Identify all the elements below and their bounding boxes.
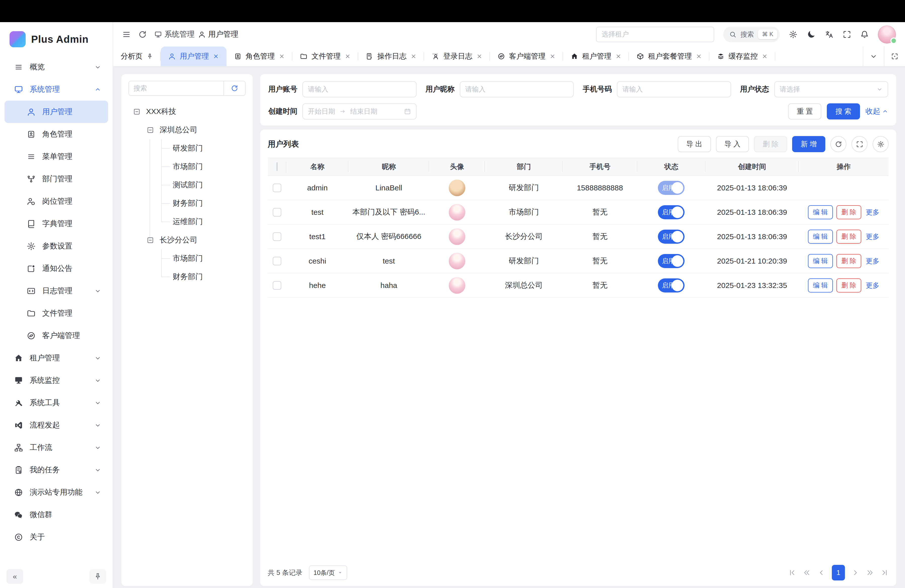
sidebar-item[interactable]: 流程发起 bbox=[5, 414, 108, 436]
filter-input[interactable] bbox=[460, 81, 574, 97]
sidebar-item[interactable]: 系统管理 bbox=[5, 78, 108, 100]
row-checkbox[interactable] bbox=[273, 184, 281, 192]
tree-node[interactable]: 研发部门 bbox=[129, 139, 246, 157]
close-tab-icon[interactable] bbox=[762, 53, 768, 59]
delete-row-button[interactable]: 删 除 bbox=[837, 230, 861, 244]
collapse-filters-link[interactable]: 收起 bbox=[865, 106, 888, 116]
more-actions-link[interactable]: 更多 bbox=[866, 208, 880, 217]
fullscreen-icon[interactable] bbox=[843, 30, 851, 39]
export-button[interactable]: 导 出 bbox=[678, 136, 711, 152]
tree-refresh-button[interactable] bbox=[224, 81, 246, 96]
filter-select[interactable]: 请选择 bbox=[774, 81, 888, 97]
sidebar-item[interactable]: 日志管理 bbox=[5, 280, 108, 302]
brand[interactable]: Plus Admin bbox=[0, 22, 113, 52]
status-toggle[interactable]: 启用 bbox=[658, 230, 684, 244]
tab-list-dropdown-icon[interactable] bbox=[863, 46, 884, 66]
collapse-node-icon[interactable] bbox=[146, 126, 154, 134]
first-page-icon[interactable] bbox=[788, 569, 796, 577]
sidebar-item[interactable]: 系统监控 bbox=[5, 369, 108, 392]
date-range-picker[interactable]: 开始日期 结束日期 bbox=[302, 103, 416, 119]
more-actions-link[interactable]: 更多 bbox=[866, 256, 880, 265]
row-checkbox[interactable] bbox=[273, 257, 281, 265]
status-toggle[interactable]: 启用 bbox=[658, 205, 684, 219]
search-button[interactable]: 搜 索 bbox=[827, 103, 860, 119]
select-all-checkbox[interactable] bbox=[276, 162, 278, 171]
breadcrumb-item[interactable]: 系统管理 bbox=[154, 29, 195, 40]
more-actions-link[interactable]: 更多 bbox=[866, 281, 880, 290]
last-page-icon[interactable] bbox=[881, 569, 889, 577]
sidebar-item[interactable]: 通知公告 bbox=[5, 257, 108, 280]
refresh-page-icon[interactable] bbox=[138, 30, 147, 39]
row-checkbox[interactable] bbox=[273, 232, 281, 241]
edit-button[interactable]: 编 辑 bbox=[808, 230, 833, 244]
page-tab[interactable]: 文件管理 bbox=[292, 46, 358, 66]
collapse-sidebar-button[interactable]: « bbox=[6, 569, 23, 584]
tree-node[interactable]: 财务部门 bbox=[129, 194, 246, 213]
global-search-button[interactable]: 搜索 ⌘ K bbox=[723, 27, 780, 42]
close-tab-icon[interactable] bbox=[549, 53, 556, 59]
tree-search-input[interactable] bbox=[129, 81, 224, 96]
sidebar-item[interactable]: 角色管理 bbox=[5, 123, 108, 145]
tree-node[interactable]: 财务部门 bbox=[129, 268, 246, 286]
status-toggle[interactable]: 启用 bbox=[658, 278, 684, 292]
tree-node[interactable]: 市场部门 bbox=[129, 249, 246, 268]
table-fullscreen-button[interactable] bbox=[851, 136, 867, 152]
close-tab-icon[interactable] bbox=[213, 53, 219, 59]
page-tab[interactable]: 租户套餐管理 bbox=[629, 46, 710, 66]
edit-button[interactable]: 编 辑 bbox=[808, 205, 833, 219]
next-page-icon[interactable] bbox=[851, 569, 859, 577]
notifications-bell-icon[interactable] bbox=[860, 30, 869, 39]
page-tab[interactable]: 操作日志 bbox=[358, 46, 424, 66]
sidebar-item[interactable]: 概览 bbox=[5, 56, 108, 78]
tree-node[interactable]: 长沙分公司 bbox=[129, 231, 246, 249]
close-tab-icon[interactable] bbox=[696, 53, 702, 59]
delete-row-button[interactable]: 删 除 bbox=[837, 278, 861, 292]
table-settings-button[interactable] bbox=[873, 136, 889, 152]
sidebar-item[interactable]: 工作流 bbox=[5, 436, 108, 459]
sidebar-item[interactable]: 客户端管理 bbox=[5, 324, 108, 347]
import-button[interactable]: 导 入 bbox=[716, 136, 749, 152]
page-tab[interactable]: 登录日志 bbox=[424, 46, 490, 66]
tenant-select-input[interactable] bbox=[596, 27, 714, 42]
tree-node[interactable]: 测试部门 bbox=[129, 176, 246, 194]
tree-node[interactable]: XXX科技 bbox=[129, 102, 246, 121]
pin-icon[interactable] bbox=[146, 53, 153, 60]
status-toggle[interactable]: 启用 bbox=[658, 181, 684, 195]
collapse-node-icon[interactable] bbox=[133, 108, 141, 116]
close-tab-icon[interactable] bbox=[279, 53, 285, 59]
table-refresh-button[interactable] bbox=[830, 136, 846, 152]
close-tab-icon[interactable] bbox=[345, 53, 351, 59]
sidebar-item[interactable]: 菜单管理 bbox=[5, 145, 108, 168]
delete-row-button[interactable]: 删 除 bbox=[837, 254, 861, 268]
dark-mode-moon-icon[interactable] bbox=[807, 30, 816, 39]
close-tab-icon[interactable] bbox=[411, 53, 416, 59]
tree-node[interactable]: 运维部门 bbox=[129, 213, 246, 231]
content-fullscreen-icon[interactable] bbox=[884, 46, 905, 66]
translate-language-icon[interactable] bbox=[825, 30, 834, 39]
delete-button[interactable]: 删 除 bbox=[754, 136, 787, 152]
page-tab[interactable]: 客户端管理 bbox=[490, 46, 563, 66]
tree-node[interactable]: 深圳总公司 bbox=[129, 121, 246, 139]
page-tab[interactable]: 缓存监控 bbox=[710, 46, 775, 66]
row-checkbox[interactable] bbox=[273, 281, 281, 290]
filter-input[interactable] bbox=[302, 81, 416, 97]
page-size-select[interactable]: 10条/页 bbox=[309, 565, 347, 580]
sidebar-item[interactable]: 文件管理 bbox=[5, 302, 108, 324]
edit-button[interactable]: 编 辑 bbox=[808, 254, 833, 268]
sidebar-item[interactable]: 用户管理 bbox=[5, 100, 108, 123]
status-toggle[interactable]: 启用 bbox=[658, 254, 684, 268]
page-tab[interactable]: 角色管理 bbox=[227, 46, 292, 66]
delete-row-button[interactable]: 删 除 bbox=[837, 205, 861, 219]
page-tab[interactable]: 租户管理 bbox=[563, 46, 629, 66]
prev-page-icon[interactable] bbox=[817, 569, 825, 577]
sidebar-item[interactable]: 我的任务 bbox=[5, 459, 108, 481]
user-avatar[interactable] bbox=[878, 25, 896, 43]
sidebar-item[interactable]: 微信群 bbox=[5, 504, 108, 526]
edit-button[interactable]: 编 辑 bbox=[808, 278, 833, 292]
collapse-node-icon[interactable] bbox=[146, 237, 154, 244]
hamburger-menu-icon[interactable] bbox=[122, 30, 131, 39]
page-tab[interactable]: 分析页 bbox=[113, 46, 160, 66]
close-tab-icon[interactable] bbox=[615, 53, 621, 59]
sidebar-item[interactable]: 系统工具 bbox=[5, 392, 108, 414]
more-actions-link[interactable]: 更多 bbox=[866, 232, 880, 241]
